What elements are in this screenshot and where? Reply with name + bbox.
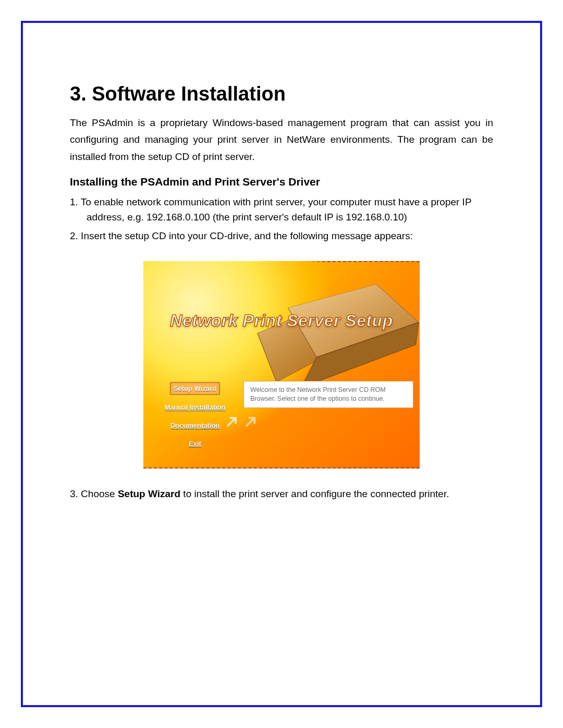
step-1: 1. To enable network communication with … — [70, 194, 493, 225]
step-3: 3. Choose Setup Wizard to install the pr… — [70, 486, 493, 501]
arrow-up-right-icon — [225, 413, 240, 429]
step-1-line-1: 1. To enable network communication with … — [70, 196, 472, 207]
step-3-bold: Setup Wizard — [118, 488, 180, 499]
menu-manual-installation[interactable]: Manual Installation — [161, 401, 228, 413]
installer-menu: Setup Wizard Manual Installation Documen… — [156, 382, 234, 450]
menu-exit[interactable]: Exit — [186, 438, 204, 450]
section-heading: 3. Software Installation — [70, 83, 493, 105]
arrow-up-right-icon — [243, 413, 259, 429]
page-frame: 3. Software Installation The PSAdmin is … — [21, 21, 542, 707]
menu-setup-wizard[interactable]: Setup Wizard — [170, 382, 220, 395]
step-3-suffix: to install the print server and configur… — [180, 488, 449, 499]
screenshot-container: Network Print Server Setup Setup Wizard … — [70, 261, 493, 468]
step-1-line-2: address, e.g. 192.168.0.100 (the print s… — [70, 209, 493, 225]
installer-screenshot: Network Print Server Setup Setup Wizard … — [143, 261, 420, 468]
arrow-icons — [225, 413, 259, 429]
step-2: 2. Insert the setup CD into your CD-driv… — [70, 228, 493, 243]
welcome-panel: Welcome to the Network Print Server CD R… — [243, 381, 413, 408]
step-3-prefix: 3. Choose — [70, 488, 118, 499]
menu-documentation[interactable]: Documentation — [167, 419, 223, 431]
installer-title: Network Print Server Setup — [143, 311, 420, 330]
intro-paragraph: The PSAdmin is a proprietary Windows-bas… — [70, 115, 493, 165]
subsection-heading: Installing the PSAdmin and Print Server'… — [70, 176, 493, 188]
